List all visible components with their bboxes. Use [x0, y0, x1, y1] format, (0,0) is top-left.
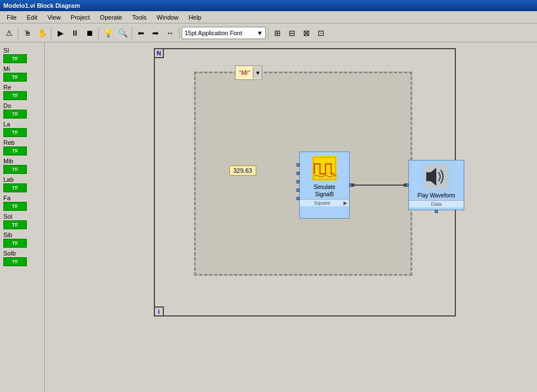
- sep3: [98, 27, 99, 39]
- sep4: [131, 27, 132, 39]
- lab-control[interactable]: TF: [3, 183, 27, 192]
- sidebar-item-la: La TF: [3, 121, 41, 137]
- menu-bar: File Edit View Project Operate Tools Win…: [0, 11, 537, 23]
- la-label: La: [3, 121, 10, 127]
- sim-port-left-5: [296, 197, 300, 200]
- play-waveform-label: Play Waveform: [416, 191, 456, 200]
- sidebar-item-mi: Mi TF: [3, 65, 41, 82]
- hand-button[interactable]: ✋: [35, 26, 49, 40]
- pause-button[interactable]: ⏸: [68, 26, 82, 40]
- probe-button[interactable]: 🔍: [116, 26, 129, 40]
- sep1: [18, 27, 18, 39]
- sim-signal-label: Simulate Signal8: [313, 182, 337, 199]
- run-button[interactable]: ▶: [54, 26, 67, 40]
- sim-signal-svg: [312, 156, 337, 181]
- stop-button[interactable]: ⏹: [83, 26, 96, 40]
- sidebar-item-si: SI TF: [3, 47, 41, 63]
- dropdown-arrow: ▼: [257, 30, 263, 36]
- play-waveform-svg: [424, 164, 449, 189]
- play-waveform-icon: [422, 163, 450, 191]
- cursor-button[interactable]: 🖱: [21, 26, 34, 40]
- font-label: 15pt Application Font: [185, 30, 242, 36]
- lab-label: Lab: [3, 176, 13, 183]
- sim-port-left-3: [296, 180, 300, 183]
- menu-project[interactable]: Project: [66, 13, 94, 22]
- mib-control[interactable]: TF: [3, 165, 27, 174]
- sidebar-item-sib: Sib TF: [3, 232, 41, 248]
- sidebar-item-re: Re TF: [3, 84, 41, 100]
- menu-view[interactable]: View: [43, 13, 65, 22]
- si-control[interactable]: TF: [3, 54, 27, 63]
- font-dropdown[interactable]: 15pt Application Font ▼: [182, 27, 266, 39]
- enum-control[interactable]: "Mi" ▼: [235, 65, 262, 80]
- bulb-button[interactable]: 💡: [101, 26, 115, 40]
- sim-signal-icon: [310, 154, 338, 182]
- do-control[interactable]: TF: [3, 110, 27, 119]
- arrow-in-button[interactable]: ⬅: [134, 26, 148, 40]
- arrow-right-button[interactable]: ↔: [163, 26, 177, 40]
- resize-button[interactable]: ⊠: [300, 26, 313, 40]
- menu-help[interactable]: Help: [184, 13, 206, 22]
- warn-button[interactable]: ⚠: [2, 26, 16, 40]
- sep2: [51, 27, 51, 39]
- sib-label: Sib: [3, 232, 12, 238]
- la-control[interactable]: TF: [3, 128, 27, 137]
- sidebar-item-mib: Mib TF: [3, 158, 41, 174]
- sib-control[interactable]: TF: [3, 239, 27, 248]
- sidebar-item-solb: Solb TF: [3, 250, 41, 266]
- sim-port-left-4: [296, 188, 300, 192]
- sim-signal-output: Square ▶: [300, 199, 349, 206]
- main-content: SI TF Mi TF Re TF Do TF La TF Reb TF Mib…: [0, 42, 537, 392]
- diagram-frame: N i "Mi" ▼ 329.63: [154, 48, 456, 317]
- play-port-bottom: [435, 210, 438, 213]
- enum-value: "Mi": [235, 68, 253, 77]
- menu-tools[interactable]: Tools: [128, 13, 151, 22]
- toolbar: ⚠ 🖱 ✋ ▶ ⏸ ⏹ 💡 🔍 ⬅ ➡ ↔ 15pt Application F…: [0, 23, 537, 42]
- menu-file[interactable]: File: [2, 13, 21, 22]
- menu-edit[interactable]: Edit: [22, 13, 42, 22]
- numeric-value: 329.63: [233, 167, 252, 174]
- sep6: [268, 27, 268, 39]
- sidebar-item-reb: Reb TF: [3, 139, 41, 155]
- svg-rect-3: [426, 172, 431, 181]
- svg-rect-0: [312, 156, 337, 181]
- value-display: 329.63: [229, 166, 256, 176]
- enum-dropdown-arrow[interactable]: ▼: [253, 67, 262, 79]
- sim-port-right: [349, 183, 352, 187]
- fa-control[interactable]: TF: [3, 202, 27, 211]
- mi-label: Mi: [3, 65, 10, 72]
- arrow-out-button[interactable]: ➡: [149, 26, 162, 40]
- solb-label: Solb: [3, 250, 16, 257]
- reb-label: Reb: [3, 139, 15, 146]
- solb-control[interactable]: TF: [3, 257, 27, 266]
- sol-label: Sol: [3, 213, 12, 220]
- distribute-button[interactable]: ⊟: [285, 26, 299, 40]
- sidebar-item-do: Do TF: [3, 102, 41, 119]
- do-label: Do: [3, 102, 11, 109]
- mi-control[interactable]: TF: [3, 73, 27, 82]
- simulate-signal-block[interactable]: Simulate Signal8 Square ▶: [299, 152, 350, 219]
- title-bar: Modelo1.vi Block Diagram: [0, 0, 537, 11]
- reb-control[interactable]: TF: [3, 147, 27, 155]
- play-port-left: [406, 183, 409, 187]
- fa-label: Fa: [3, 195, 11, 201]
- re-control[interactable]: TF: [3, 91, 27, 100]
- sidebar-item-fa: Fa TF: [3, 195, 41, 211]
- sim-port-left-2: [296, 172, 300, 175]
- sep5: [179, 27, 180, 39]
- play-waveform-port-label: Data: [409, 200, 464, 207]
- sidebar: SI TF Mi TF Re TF Do TF La TF Reb TF Mib…: [0, 42, 45, 392]
- marker-n: N: [154, 48, 164, 58]
- inner-loop: "Mi" ▼ 329.63: [194, 72, 412, 276]
- sim-port-left-1: [296, 163, 300, 167]
- menu-operate[interactable]: Operate: [96, 13, 127, 22]
- marker-i: i: [154, 306, 164, 317]
- menu-window[interactable]: Window: [152, 13, 183, 22]
- play-waveform-block[interactable]: Play Waveform Data: [408, 160, 464, 210]
- reorder-button[interactable]: ⊡: [314, 26, 328, 40]
- align-button[interactable]: ⊞: [271, 26, 284, 40]
- canvas-area[interactable]: N i "Mi" ▼ 329.63: [45, 42, 537, 392]
- sol-control[interactable]: TF: [3, 220, 27, 229]
- mib-label: Mib: [3, 158, 13, 164]
- title-text: Modelo1.vi Block Diagram: [3, 2, 80, 9]
